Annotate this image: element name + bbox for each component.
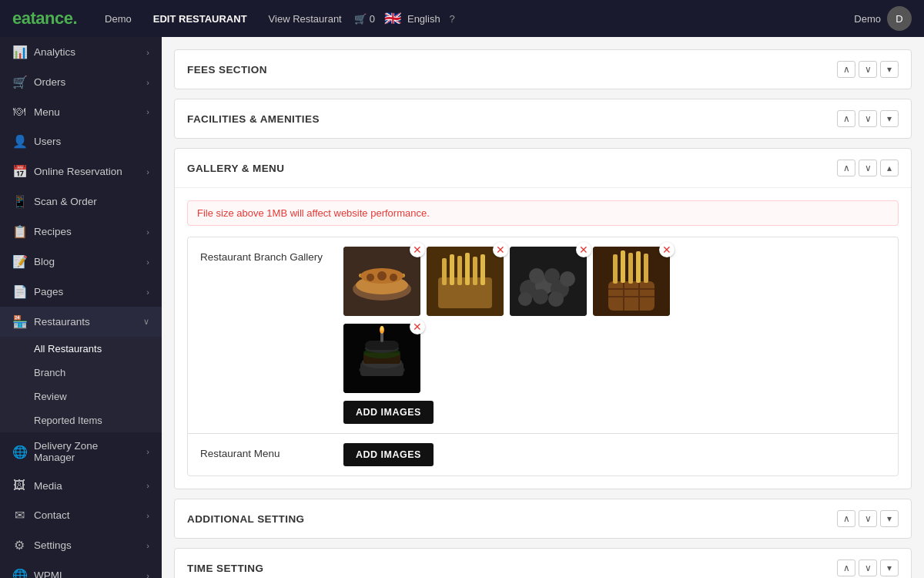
gallery-image-1: ✕ [343, 247, 420, 316]
time-section-title: TIME SETTING [187, 563, 837, 574]
restaurants-submenu: All Restaurants Branch Review Reported I… [0, 337, 162, 432]
menu-icon: 🍽 [12, 105, 26, 119]
chevron-right-icon: › [146, 48, 149, 57]
svg-point-47 [380, 326, 383, 331]
remove-image-2-button[interactable]: ✕ [493, 242, 508, 257]
remove-image-5-button[interactable]: ✕ [410, 319, 425, 334]
gallery-warning: File size above 1MB will affect website … [187, 200, 899, 226]
fees-expand-button[interactable]: ▾ [880, 61, 899, 78]
gallery-section-card: GALLERY & MENU ∧ ∨ ▴ File size above 1MB… [174, 148, 912, 489]
svg-rect-34 [628, 253, 633, 284]
image-thumbnail-5 [343, 324, 420, 393]
blog-icon: 📝 [12, 254, 26, 269]
sidebar-item-review[interactable]: Review [0, 385, 162, 408]
sidebar-item-restaurants[interactable]: 🏪 Restaurants ∨ [0, 307, 162, 337]
additional-section-header[interactable]: ADDITIONAL SETTING ∧ ∨ ▾ [175, 499, 911, 538]
sidebar-item-pages[interactable]: 📄 Pages › [0, 277, 162, 307]
facilities-down-button[interactable]: ∨ [859, 110, 877, 127]
sidebar-item-blog[interactable]: 📝 Blog › [0, 247, 162, 277]
menu-row: Restaurant Menu ADD IMAGES [188, 434, 898, 476]
add-branch-gallery-images-button[interactable]: ADD IMAGES [343, 401, 434, 424]
gallery-section-header[interactable]: GALLERY & MENU ∧ ∨ ▴ [175, 149, 911, 188]
topnav-right: Demo D [854, 6, 912, 31]
menu-label: Restaurant Menu [200, 443, 331, 459]
logo-dot: . [72, 8, 77, 28]
chevron-right-icon: › [146, 447, 149, 456]
gallery-up-button[interactable]: ∧ [837, 160, 855, 176]
svg-rect-10 [442, 258, 447, 285]
topnav-language[interactable]: English [407, 13, 440, 25]
sidebar-item-users[interactable]: 👤 Users [0, 126, 162, 156]
reservation-icon: 📅 [12, 164, 26, 179]
image-thumbnail-3 [510, 247, 587, 316]
user-avatar[interactable]: D [887, 6, 912, 31]
sidebar-item-online-reservation[interactable]: 📅 Online Reservation › [0, 156, 162, 187]
add-menu-images-button[interactable]: ADD IMAGES [343, 443, 434, 466]
additional-expand-button[interactable]: ▾ [880, 510, 899, 527]
sidebar-item-branch[interactable]: Branch [0, 361, 162, 385]
time-section-header[interactable]: TIME SETTING ∧ ∨ ▾ [175, 549, 911, 578]
sidebar-item-all-restaurants[interactable]: All Restaurants [0, 337, 162, 361]
gallery-image-5: ✕ [343, 324, 420, 393]
orders-icon: 🛒 [12, 75, 26, 89]
gallery-body: File size above 1MB will affect website … [175, 188, 911, 489]
facilities-up-button[interactable]: ∧ [837, 110, 855, 127]
sidebar-item-media[interactable]: 🖼 Media › [0, 471, 162, 500]
sidebar-item-recipes[interactable]: 📋 Recipes › [0, 217, 162, 247]
fees-section-header[interactable]: FEES SECTION ∧ ∨ ▾ [175, 50, 911, 89]
gallery-collapse-button[interactable]: ▴ [880, 160, 899, 176]
additional-down-button[interactable]: ∨ [859, 510, 877, 527]
time-up-button[interactable]: ∧ [837, 560, 855, 576]
sidebar-item-menu[interactable]: 🍽 Menu › [0, 97, 162, 126]
fees-section-card: FEES SECTION ∧ ∨ ▾ [174, 49, 912, 89]
branch-gallery-row: Restaurant Branch Gallery [188, 237, 898, 434]
help-icon[interactable]: ? [450, 13, 455, 25]
facilities-section-card: FACILITIES & AMENITIES ∧ ∨ ▾ [174, 99, 912, 139]
sidebar-item-wpml[interactable]: 🌐 WPML › [0, 560, 162, 578]
additional-up-button[interactable]: ∧ [837, 510, 855, 527]
users-icon: 👤 [12, 134, 26, 149]
svg-rect-13 [465, 253, 470, 285]
fees-up-button[interactable]: ∧ [837, 61, 855, 78]
svg-point-20 [529, 268, 544, 284]
sidebar-item-analytics[interactable]: 📊 Analytics › [0, 37, 162, 67]
logo-text: eatance [12, 8, 72, 28]
remove-image-4-button[interactable]: ✕ [659, 242, 675, 257]
topnav-view-restaurant[interactable]: View Restaurant [259, 8, 351, 29]
sidebar-item-delivery-zone[interactable]: 🌐 Delivery Zone Manager › [0, 432, 162, 471]
gallery-down-button[interactable]: ∨ [859, 160, 877, 176]
svg-point-22 [560, 271, 575, 287]
fees-down-button[interactable]: ∨ [859, 61, 877, 78]
additional-section-card: ADDITIONAL SETTING ∧ ∨ ▾ [174, 499, 912, 539]
topnav-cart[interactable]: 🛒 0 [354, 13, 375, 25]
sidebar-item-label: Analytics [34, 46, 139, 58]
svg-rect-15 [480, 254, 485, 285]
sidebar-item-settings[interactable]: ⚙ Settings › [0, 530, 162, 560]
facilities-section-header[interactable]: FACILITIES & AMENITIES ∧ ∨ ▾ [175, 99, 911, 138]
wpml-icon: 🌐 [12, 568, 26, 578]
sidebar-item-contact[interactable]: ✉ Contact › [0, 500, 162, 530]
food-svg-5 [343, 324, 420, 393]
svg-point-21 [544, 268, 560, 284]
topnav-demo[interactable]: Demo [95, 8, 141, 29]
gallery-image-3: ✕ [510, 247, 587, 316]
facilities-section-controls: ∧ ∨ ▾ [837, 110, 899, 127]
topnav-edit-restaurant[interactable]: EDIT RESTAURANT [144, 8, 256, 29]
chevron-right-icon: › [146, 481, 149, 490]
sidebar-item-orders[interactable]: 🛒 Orders › [0, 67, 162, 97]
restaurants-icon: 🏪 [12, 314, 26, 329]
sidebar-item-scan-order[interactable]: 📱 Scan & Order [0, 187, 162, 217]
media-icon: 🖼 [12, 479, 26, 492]
main-content: FEES SECTION ∧ ∨ ▾ FACILITIES & AMENITIE… [162, 37, 924, 578]
topnav-flag: 🇬🇧 [384, 10, 401, 27]
remove-image-3-button[interactable]: ✕ [576, 242, 591, 257]
gallery-section-controls: ∧ ∨ ▴ [837, 160, 899, 176]
sidebar-item-reported-items[interactable]: Reported Items [0, 408, 162, 432]
time-section-card: TIME SETTING ∧ ∨ ▾ [174, 548, 912, 578]
facilities-expand-button[interactable]: ▾ [880, 110, 899, 127]
chevron-right-icon: › [146, 541, 149, 550]
time-expand-button[interactable]: ▾ [880, 560, 899, 576]
time-down-button[interactable]: ∨ [859, 560, 877, 576]
image-thumbnail-4 [593, 247, 670, 316]
remove-image-1-button[interactable]: ✕ [410, 242, 425, 257]
